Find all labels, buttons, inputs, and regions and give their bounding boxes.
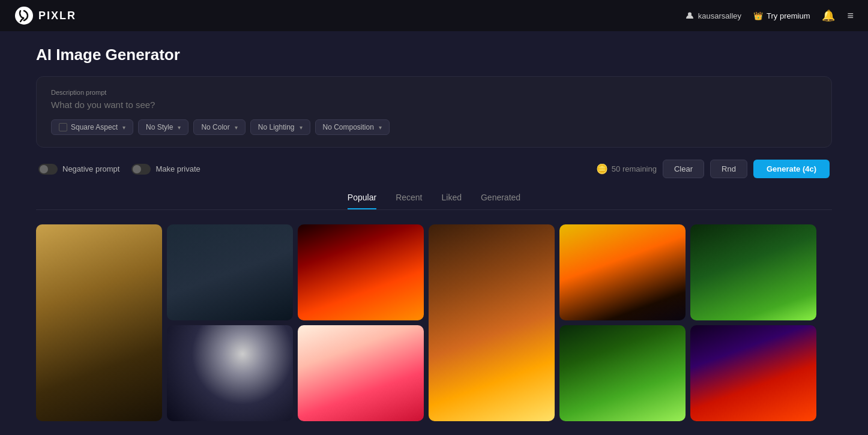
gallery-item[interactable]: [559, 325, 686, 421]
gallery-item[interactable]: [298, 224, 424, 320]
generate-button[interactable]: Generate (4c): [753, 160, 830, 178]
filter-style-button[interactable]: No Style ▾: [138, 119, 188, 135]
gallery-item[interactable]: [690, 325, 816, 421]
gallery-item[interactable]: [167, 325, 293, 421]
gallery-item[interactable]: [559, 224, 686, 320]
nav-user[interactable]: kausarsalley: [685, 11, 741, 20]
negative-prompt-toggle[interactable]: [38, 164, 58, 175]
rnd-button[interactable]: Rnd: [710, 160, 747, 178]
private-toggle-knob: [133, 165, 141, 173]
tab-liked[interactable]: Liked: [441, 193, 461, 209]
nav-right: kausarsalley 👑 Try premium 🔔 ≡: [685, 9, 854, 22]
make-private-toggle-group: Make private: [131, 164, 200, 175]
aspect-checkbox: [59, 123, 67, 131]
coin-icon: 🪙: [596, 163, 608, 175]
premium-button[interactable]: 👑 Try premium: [753, 11, 810, 20]
user-icon: [685, 11, 695, 20]
filter-style-label: No Style: [146, 123, 173, 131]
negative-prompt-label: Negative prompt: [62, 164, 119, 173]
style-arrow-icon: ▾: [178, 124, 181, 131]
filter-composition-button[interactable]: No Composition ▾: [315, 119, 390, 135]
remaining-label: 50 remaining: [612, 164, 657, 173]
color-arrow-icon: ▾: [235, 124, 238, 131]
main-content: AI Image Generator Description prompt Sq…: [0, 31, 868, 435]
hamburger-menu-button[interactable]: ≡: [847, 10, 854, 22]
tab-popular[interactable]: Popular: [348, 193, 376, 209]
gallery-item[interactable]: [36, 224, 162, 421]
prompt-filters: Square Aspect ▾ No Style ▾ No Color ▾ No…: [51, 119, 817, 135]
gallery-item[interactable]: [429, 224, 555, 421]
premium-label: Try premium: [767, 11, 810, 20]
gallery-grid: [36, 224, 832, 421]
notification-bell-button[interactable]: 🔔: [822, 9, 835, 22]
filter-aspect-button[interactable]: Square Aspect ▾: [51, 119, 133, 135]
tabs-row: Popular Recent Liked Generated: [36, 193, 832, 210]
crown-icon: 👑: [753, 11, 763, 20]
filter-color-label: No Color: [201, 123, 229, 131]
filter-lighting-button[interactable]: No Lighting ▾: [250, 119, 310, 135]
lighting-arrow-icon: ▾: [300, 124, 303, 131]
composition-arrow-icon: ▾: [379, 124, 382, 131]
filter-composition-label: No Composition: [323, 123, 374, 131]
svg-point-0: [15, 7, 33, 25]
tab-generated[interactable]: Generated: [481, 193, 520, 209]
make-private-toggle[interactable]: [131, 164, 151, 175]
toggle-knob: [40, 165, 48, 173]
username-label: kausarsalley: [698, 11, 741, 20]
logo-text: PIXLR: [38, 10, 76, 22]
menu-icon: ≡: [847, 10, 854, 22]
controls-left: Negative prompt Make private: [38, 164, 200, 175]
prompt-card: Description prompt Square Aspect ▾ No St…: [36, 76, 832, 148]
top-navigation: PIXLR kausarsalley 👑 Try premium 🔔 ≡: [0, 0, 868, 31]
negative-prompt-toggle-group: Negative prompt: [38, 164, 119, 175]
aspect-arrow-icon: ▾: [122, 124, 125, 131]
tab-recent[interactable]: Recent: [396, 193, 422, 209]
make-private-label: Make private: [155, 164, 200, 173]
pixlr-logo-icon: [14, 6, 34, 25]
logo[interactable]: PIXLR: [14, 6, 76, 25]
controls-row: Negative prompt Make private 🪙 50 remain…: [36, 160, 832, 178]
filter-color-button[interactable]: No Color ▾: [193, 119, 245, 135]
bell-icon: 🔔: [822, 10, 835, 22]
filter-aspect-label: Square Aspect: [71, 123, 118, 131]
gallery-item[interactable]: [298, 325, 424, 421]
prompt-label: Description prompt: [51, 89, 817, 96]
clear-button[interactable]: Clear: [663, 160, 704, 178]
prompt-input[interactable]: [51, 100, 817, 110]
filter-lighting-label: No Lighting: [258, 123, 295, 131]
controls-right: 🪙 50 remaining Clear Rnd Generate (4c): [596, 160, 830, 178]
page-title: AI Image Generator: [36, 46, 832, 64]
remaining-info: 🪙 50 remaining: [596, 163, 657, 175]
gallery-item[interactable]: [167, 224, 293, 320]
gallery-item[interactable]: [690, 224, 816, 320]
